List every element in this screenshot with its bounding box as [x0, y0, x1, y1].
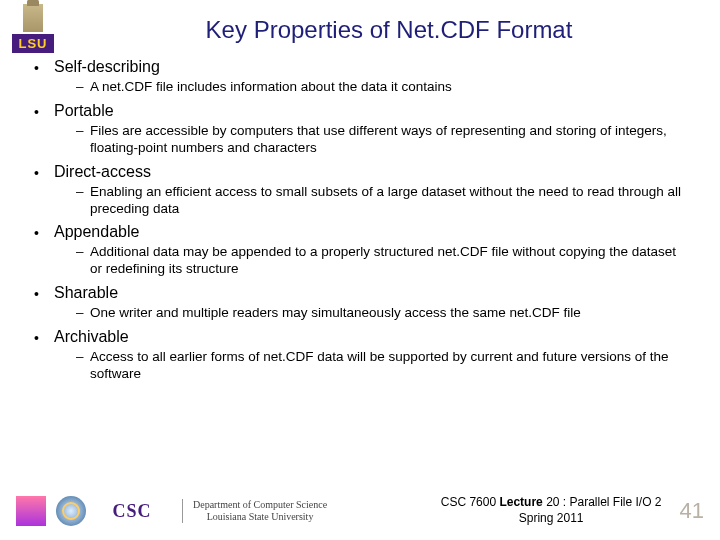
department-text: Department of Computer Science Louisiana…	[182, 499, 327, 523]
footer: CSC Department of Computer Science Louis…	[0, 488, 720, 534]
cct-logo	[16, 496, 46, 526]
bullet-desc: Files are accessible by computers that u…	[76, 123, 690, 157]
lsu-text: LSU	[12, 34, 54, 53]
bullet-item: ArchivableAccess to all earlier forms of…	[34, 328, 690, 386]
lsu-logo: LSU	[12, 4, 54, 60]
bullet-desc: A net.CDF file includes information abou…	[76, 79, 690, 96]
slide-content: Self-describingA net.CDF file includes i…	[0, 58, 720, 386]
bullet-term: Sharable	[54, 284, 118, 301]
bullet-term: Appendable	[54, 223, 139, 240]
bullet-term: Direct-access	[54, 163, 151, 180]
bullet-item: PortableFiles are accessible by computer…	[34, 102, 690, 160]
page-number: 41	[680, 498, 704, 524]
bullet-desc: Access to all earlier forms of net.CDF d…	[76, 349, 690, 383]
bullet-item: Direct-accessEnabling an efficient acces…	[34, 163, 690, 221]
slide-title: Key Properties of Net.CDF Format	[0, 0, 720, 58]
bullet-item: AppendableAdditional data may be appende…	[34, 223, 690, 281]
bullet-desc: Enabling an efficient access to small su…	[76, 184, 690, 218]
bullet-term: Archivable	[54, 328, 129, 345]
bullet-desc: Additional data may be appended to a pro…	[76, 244, 690, 278]
csc-logo: CSC	[96, 497, 168, 525]
nsf-logo	[56, 496, 86, 526]
lecture-info: CSC 7600 Lecture 20 : Parallel File I/O …	[441, 495, 662, 526]
bullet-term: Portable	[54, 102, 114, 119]
bullet-term: Self-describing	[54, 58, 160, 75]
bullet-item: Self-describingA net.CDF file includes i…	[34, 58, 690, 99]
bullet-desc: One writer and multiple readers may simu…	[76, 305, 690, 322]
bullet-item: SharableOne writer and multiple readers …	[34, 284, 690, 325]
